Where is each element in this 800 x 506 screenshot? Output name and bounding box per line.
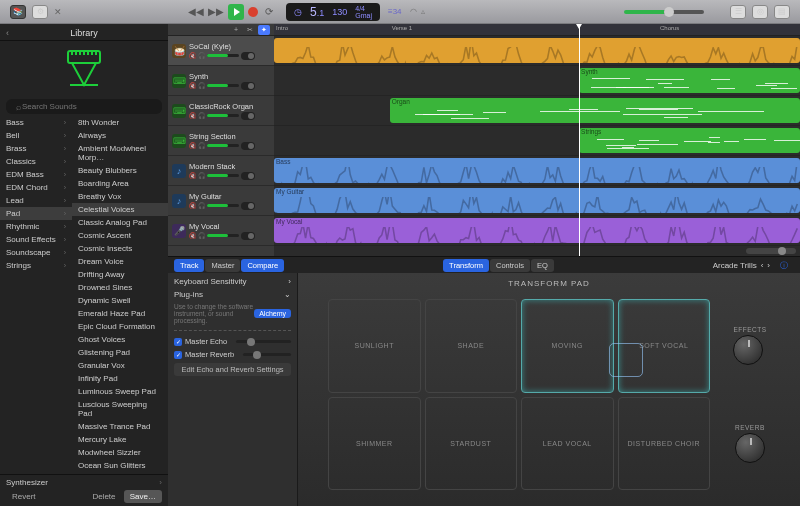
category-item[interactable]: Brass› bbox=[0, 142, 72, 155]
arrangement-marker[interactable]: Verse 1 bbox=[390, 24, 414, 32]
keyboard-sensitivity-row[interactable]: Keyboard Sensitivity › bbox=[174, 277, 291, 286]
track-lane[interactable] bbox=[274, 36, 800, 66]
mute-icon[interactable]: 🔇 bbox=[189, 232, 196, 239]
track-toggle[interactable] bbox=[241, 112, 255, 120]
region[interactable]: Strings bbox=[579, 128, 800, 153]
mute-icon[interactable]: 🔇 bbox=[189, 52, 196, 59]
patch-item[interactable]: Dream Voice bbox=[72, 255, 168, 268]
solo-icon[interactable]: 🎧 bbox=[198, 112, 205, 119]
patch-item[interactable]: Celestial Voices bbox=[72, 203, 168, 216]
plugin-slot[interactable]: Alchemy bbox=[254, 309, 291, 318]
patch-item[interactable]: Drifting Away bbox=[72, 268, 168, 281]
category-item[interactable]: Strings› bbox=[0, 259, 72, 272]
master-volume-slider[interactable] bbox=[624, 10, 704, 14]
patch-item[interactable]: Luminous Sweep Pad bbox=[72, 385, 168, 398]
preset-prev-icon[interactable]: ‹ bbox=[761, 261, 764, 270]
track-toggle[interactable] bbox=[241, 82, 255, 90]
master-echo-checkbox[interactable]: Master Echo bbox=[174, 337, 291, 346]
track-toggle[interactable] bbox=[241, 52, 255, 60]
lcd-display[interactable]: ◷ 5.1 130 4/4Gmaj bbox=[286, 3, 380, 21]
solo-icon[interactable]: 🎧 bbox=[198, 52, 205, 59]
transform-cell[interactable]: SHADE bbox=[425, 299, 518, 393]
region[interactable]: Bass bbox=[274, 158, 800, 183]
category-item[interactable]: Classics› bbox=[0, 155, 72, 168]
mute-icon[interactable]: 🔇 bbox=[189, 202, 196, 209]
patch-item[interactable]: Dynamic Swell bbox=[72, 294, 168, 307]
enhance-icon[interactable]: ✦ bbox=[258, 25, 270, 35]
patch-item[interactable]: Epic Cloud Formation bbox=[72, 320, 168, 333]
track-lane[interactable]: My Guitar bbox=[274, 186, 800, 216]
category-item[interactable]: Rhythmic› bbox=[0, 220, 72, 233]
play-button[interactable] bbox=[228, 4, 244, 20]
back-icon[interactable]: ‹ bbox=[6, 28, 9, 38]
patch-item[interactable]: Modwheel Sizzler bbox=[72, 446, 168, 459]
track-lane[interactable]: Organ bbox=[274, 96, 800, 126]
patch-item[interactable]: Ambient Modwheel Morp… bbox=[72, 142, 168, 164]
info-icon[interactable]: ⓘ bbox=[780, 260, 788, 271]
forward-button[interactable]: ▶▶ bbox=[208, 6, 224, 17]
editor-tab[interactable]: Compare bbox=[241, 259, 284, 272]
volume-slider[interactable] bbox=[207, 144, 239, 147]
patch-item[interactable]: Boarding Area bbox=[72, 177, 168, 190]
patch-list[interactable]: 8th WonderAirwaysAmbient Modwheel Morp…B… bbox=[72, 116, 168, 474]
plugins-row[interactable]: Plug-ins ⌄ bbox=[174, 290, 291, 299]
mute-icon[interactable]: 🔇 bbox=[189, 142, 196, 149]
cycle-button[interactable]: ⟳ bbox=[262, 5, 276, 19]
patch-item[interactable]: Classic Analog Pad bbox=[72, 216, 168, 229]
transform-cell[interactable]: STARDUST bbox=[425, 397, 518, 491]
delete-button[interactable]: Delete bbox=[86, 490, 121, 503]
category-item[interactable]: Bell› bbox=[0, 129, 72, 142]
transform-cell[interactable]: SUNLIGHT bbox=[328, 299, 421, 393]
track-toggle[interactable] bbox=[241, 142, 255, 150]
category-item[interactable]: Pad› bbox=[0, 207, 72, 220]
preset-next-icon[interactable]: › bbox=[767, 261, 770, 270]
ruler[interactable]: IntroVerse 1Chorus bbox=[274, 24, 800, 36]
track-header[interactable]: ♪ Modern Stack 🔇🎧 bbox=[168, 156, 274, 186]
volume-slider[interactable] bbox=[207, 174, 239, 177]
category-item[interactable]: Bass› bbox=[0, 116, 72, 129]
preset-name[interactable]: Arcade Trills bbox=[713, 261, 757, 270]
zoom-slider[interactable] bbox=[746, 248, 796, 254]
patch-item[interactable]: Glistening Pad bbox=[72, 346, 168, 359]
editors-button[interactable]: ▤ bbox=[774, 5, 790, 19]
metronome-icon[interactable]: ▵ bbox=[421, 7, 425, 16]
transform-cell[interactable]: SHIMMER bbox=[328, 397, 421, 491]
track-header[interactable]: ♪ My Guitar 🔇🎧 bbox=[168, 186, 274, 216]
effects-knob[interactable] bbox=[733, 335, 763, 365]
track-header[interactable]: 🎤 My Vocal 🔇🎧 bbox=[168, 216, 274, 246]
search-input[interactable] bbox=[6, 99, 162, 114]
reverb-knob[interactable] bbox=[735, 433, 765, 463]
patch-item[interactable]: Massive Trance Pad bbox=[72, 420, 168, 433]
patch-item[interactable]: Cosmic Ascent bbox=[72, 229, 168, 242]
library-toggle-button[interactable]: 📚 bbox=[10, 5, 26, 19]
region[interactable]: Organ bbox=[390, 98, 800, 123]
patch-item[interactable]: Breathy Vox bbox=[72, 190, 168, 203]
track-toggle[interactable] bbox=[241, 202, 255, 210]
category-item[interactable]: Lead› bbox=[0, 194, 72, 207]
track-toggle[interactable] bbox=[241, 172, 255, 180]
transform-puck[interactable] bbox=[609, 343, 643, 377]
patch-item[interactable]: Drowned Sines bbox=[72, 281, 168, 294]
track-lane[interactable]: My Vocal bbox=[274, 216, 800, 246]
solo-icon[interactable]: 🎧 bbox=[198, 82, 205, 89]
volume-slider[interactable] bbox=[207, 54, 239, 57]
solo-icon[interactable]: 🎧 bbox=[198, 172, 205, 179]
volume-slider[interactable] bbox=[207, 234, 239, 237]
arrangement-marker[interactable]: Chorus bbox=[658, 24, 681, 32]
category-item[interactable]: Soundscape› bbox=[0, 246, 72, 259]
region[interactable]: Synth bbox=[579, 68, 800, 93]
mute-icon[interactable]: 🔇 bbox=[189, 112, 196, 119]
master-reverb-checkbox[interactable]: Master Reverb bbox=[174, 350, 291, 359]
volume-slider[interactable] bbox=[207, 114, 239, 117]
patch-item[interactable]: Airways bbox=[72, 129, 168, 142]
view-tab[interactable]: Controls bbox=[490, 259, 530, 272]
editor-tab[interactable]: Master bbox=[205, 259, 240, 272]
patch-item[interactable]: Emerald Haze Pad bbox=[72, 307, 168, 320]
region[interactable]: My Vocal bbox=[274, 218, 800, 243]
editor-tab[interactable]: Track bbox=[174, 259, 204, 272]
track-lane[interactable]: Strings bbox=[274, 126, 800, 156]
mute-icon[interactable]: 🔇 bbox=[189, 172, 196, 179]
footer-breadcrumb[interactable]: Synthesizer bbox=[6, 478, 48, 487]
arrangement-marker[interactable]: Intro bbox=[274, 24, 290, 32]
loops-button[interactable]: ◎ bbox=[752, 5, 768, 19]
